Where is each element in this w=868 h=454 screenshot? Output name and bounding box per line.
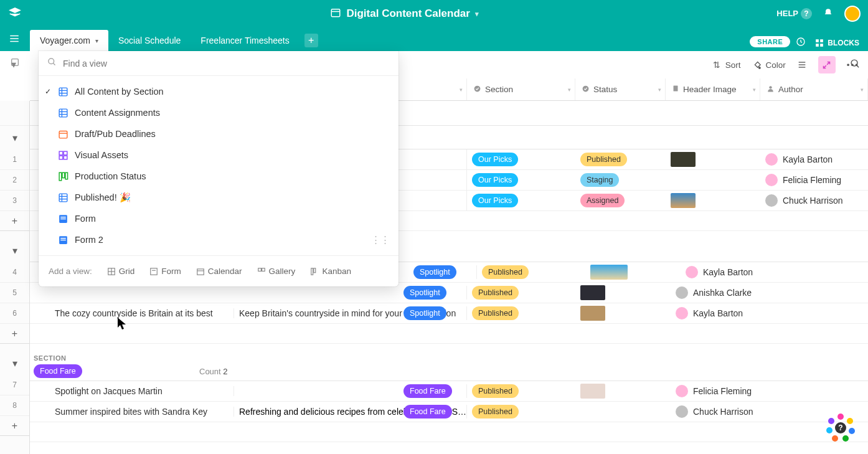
svg-rect-8 (820, 44, 823, 47)
table-row[interactable]: Spotlight on Jacques Martin Food FarePub… (30, 381, 868, 402)
add-gallery-view[interactable]: Gallery (257, 267, 296, 276)
user-avatar[interactable] (844, 6, 861, 22)
row-number[interactable]: 3 (0, 191, 29, 211)
svg-rect-0 (332, 9, 341, 16)
view-item-visual-assets[interactable]: Visual Assets (39, 144, 399, 166)
column-header-status[interactable]: Status▾ (575, 78, 666, 100)
expand-view-button[interactable] (818, 56, 836, 73)
add-calendar-view[interactable]: Calendar (196, 267, 242, 276)
thumbnail (671, 193, 696, 208)
expand-group-button[interactable]: ▾ (0, 351, 29, 375)
view-item-production-status[interactable]: Production Status (39, 166, 399, 187)
cell-title: Spotlight on Jacques Martin (30, 386, 234, 396)
add-form-view[interactable]: Form (149, 267, 181, 276)
base-title[interactable]: Digital Content Calendar (346, 7, 469, 20)
help-link[interactable]: HELP? (776, 8, 812, 19)
svg-rect-18 (674, 86, 678, 92)
share-button[interactable]: SHARE (750, 36, 790, 47)
row-number[interactable]: 8 (0, 395, 29, 416)
svg-rect-35 (64, 156, 67, 159)
section-pill: Our Picks (472, 153, 518, 166)
status-pill: Assigned (580, 194, 625, 207)
svg-point-19 (769, 86, 771, 88)
history-icon[interactable] (795, 36, 806, 47)
column-header-section[interactable]: Section▾ (467, 78, 575, 100)
view-item-all-content[interactable]: ✓All Content by Section (39, 81, 399, 102)
table-row[interactable]: Summer inspired bites with Sandra KeyRef… (30, 402, 868, 422)
tab-voyager[interactable]: Voyager.com▾ (30, 30, 108, 51)
add-row-button[interactable]: + (0, 211, 29, 231)
svg-line-21 (53, 63, 55, 65)
row-number[interactable]: 4 (0, 262, 29, 283)
chevron-down-icon: ▾ (753, 87, 756, 93)
column-header-blank[interactable]: ▾ (399, 78, 467, 100)
status-pill: Published (580, 153, 627, 166)
view-item-published[interactable]: Published! 🎉 (39, 187, 399, 208)
row-number[interactable]: 7 (0, 375, 29, 395)
svg-point-62 (849, 428, 855, 434)
add-row-button[interactable]: + (0, 324, 29, 344)
thumbnail (580, 384, 605, 399)
thumbnail (580, 306, 605, 321)
blocks-button[interactable]: BLOCKS (815, 39, 859, 47)
calendar-icon (57, 128, 68, 140)
svg-point-64 (832, 435, 838, 442)
tab-freelancer-timesheets[interactable]: Freelancer Timesheets (191, 30, 299, 51)
expand-group-button[interactable]: ▾ (0, 126, 29, 149)
cell-title: The cozy countryside is Britain at its b… (30, 308, 234, 318)
column-header-image[interactable]: Header Image▾ (666, 78, 760, 100)
chevron-down-icon: ▾ (658, 87, 661, 93)
view-item-form-2[interactable]: Form 2⋮⋮ (39, 229, 399, 250)
svg-rect-58 (311, 268, 313, 275)
person-icon (767, 85, 775, 95)
view-item-content-assignments[interactable]: Content Assignments (39, 102, 399, 123)
row-number[interactable]: 6 (0, 303, 29, 324)
svg-rect-26 (59, 109, 67, 117)
table-row[interactable]: The cozy countryside is Britain at its b… (30, 303, 868, 324)
search-icon[interactable] (850, 59, 861, 72)
app-logo-icon[interactable] (7, 6, 22, 21)
section-header-label: SECTION (30, 450, 868, 454)
svg-point-9 (759, 67, 761, 69)
kanban-icon (57, 171, 68, 182)
svg-rect-36 (59, 173, 62, 181)
expand-group-button[interactable]: ▾ (0, 239, 29, 262)
section-pill: Spotlight (413, 265, 456, 279)
svg-point-65 (826, 427, 833, 433)
tab-social-schedule[interactable]: Social Schedule (108, 30, 191, 51)
avatar (676, 286, 688, 299)
sort-button[interactable]: ⇅Sort (712, 60, 741, 70)
grid-icon (57, 86, 68, 97)
thumbnail (590, 265, 628, 280)
avatar (676, 405, 688, 418)
color-button[interactable]: Color (752, 60, 786, 70)
row-number[interactable]: 2 (0, 170, 29, 191)
hamburger-icon[interactable] (9, 33, 20, 47)
row-height-button[interactable] (797, 60, 807, 70)
row-number[interactable]: 5 (0, 283, 29, 303)
find-view-input[interactable] (63, 59, 390, 69)
avatar (686, 266, 698, 278)
bell-icon[interactable] (823, 8, 833, 20)
thumbnail (671, 152, 696, 167)
gallery-icon (57, 149, 68, 161)
drag-handle-icon[interactable]: ⋮⋮ (371, 235, 390, 245)
svg-rect-54 (197, 268, 204, 274)
add-kanban-view[interactable]: Kanban (310, 267, 351, 276)
avatar (765, 153, 778, 166)
chevron-down-icon: ▾ (568, 87, 571, 93)
collapse-views-button[interactable]: ▾ (11, 59, 16, 70)
intercom-launcher[interactable]: ? (824, 410, 857, 443)
add-tab-button[interactable]: + (304, 34, 318, 47)
section-pill: Food Fare (403, 405, 452, 419)
column-header-author[interactable]: Author▾ (760, 78, 868, 100)
chevron-down-icon[interactable]: ▾ (475, 10, 479, 18)
view-item-form[interactable]: Form (39, 208, 399, 229)
view-item-draft-deadlines[interactable]: Draft/Pub Deadlines (39, 123, 399, 144)
section-pill: Food Fare (34, 364, 82, 378)
svg-point-61 (847, 418, 853, 424)
svg-rect-52 (151, 268, 158, 275)
add-grid-view[interactable]: Grid (107, 267, 135, 276)
add-row-button[interactable]: + (0, 416, 29, 436)
row-number[interactable]: 1 (0, 149, 29, 170)
